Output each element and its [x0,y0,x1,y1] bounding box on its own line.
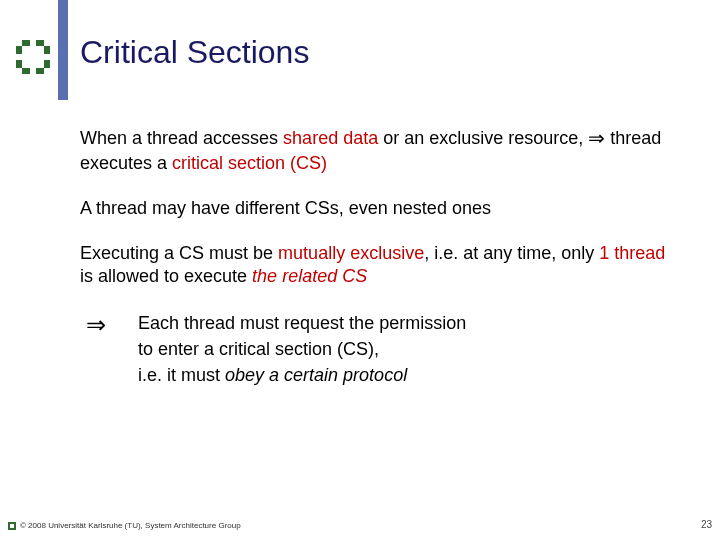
text-line: Each thread must request the permission [138,310,466,336]
paragraph-2: A thread may have different CSs, even ne… [80,197,680,220]
text-critical-section: critical section (CS) [172,153,327,173]
text: Executing a CS must be [80,243,278,263]
footer: © 2008 Universität Karlsruhe (TU), Syste… [8,519,712,530]
paragraph-1: When a thread accesses shared data or an… [80,126,680,175]
text: is allowed to execute [80,266,252,286]
page-number: 23 [701,519,712,530]
text-obey-protocol: obey a certain protocol [225,365,407,385]
text: When a thread accesses [80,128,283,148]
slide: Critical Sections When a thread accesses… [0,0,720,540]
text: , i.e. at any time, only [424,243,599,263]
implies-icon: ⇒ [86,310,106,388]
text-related-cs: the related CS [252,266,367,286]
slide-bullet-icon [16,40,50,74]
text-one-thread: 1 thread [599,243,665,263]
slide-body: When a thread accesses shared data or an… [80,126,680,388]
footer-bullet-icon [8,522,16,530]
text-mutually-exclusive: mutually exclusive [278,243,424,263]
paragraph-4: ⇒ Each thread must request the permissio… [86,310,680,388]
paragraph-3: Executing a CS must be mutually exclusiv… [80,242,680,288]
footer-copyright: © 2008 Universität Karlsruhe (TU), Syste… [8,521,241,530]
slide-title: Critical Sections [80,34,309,71]
text-line: i.e. it must obey a certain protocol [138,362,466,388]
text-shared-data: shared data [283,128,378,148]
copyright-text: © 2008 Universität Karlsruhe (TU), Syste… [20,521,241,530]
implies-icon: ⇒ [588,127,605,149]
sidebar-accent [58,0,68,100]
text: i.e. it must [138,365,225,385]
text-line: to enter a critical section (CS), [138,336,466,362]
paragraph-4-text: Each thread must request the permission … [138,310,466,388]
text: or an exclusive resource, [383,128,588,148]
